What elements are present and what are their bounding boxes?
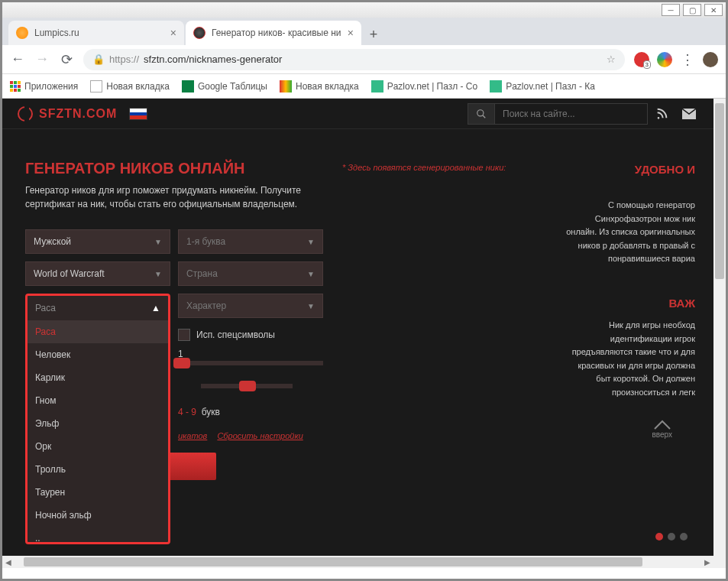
forward-button[interactable]: →: [34, 52, 50, 67]
bookmark-label: Новая вкладка: [296, 81, 359, 92]
svg-point-0: [477, 109, 484, 115]
address-bar[interactable]: 🔒 https://sfztn.com/nicknames-generator …: [83, 49, 625, 70]
select-value: Характер: [186, 300, 226, 311]
bookmarks-bar: Приложения Новая вкладка Google Таблицы …: [2, 74, 726, 99]
sidebar-text: Ник для игры необход идентификации игрок…: [566, 319, 695, 400]
race-select-open[interactable]: Раса▲ Раса Человек Карлик Гном Эльф Орк …: [25, 294, 170, 544]
special-chars-checkbox[interactable]: [178, 329, 190, 341]
sidebar-title: ВАЖ: [566, 297, 695, 310]
apps-button[interactable]: Приложения: [10, 81, 78, 92]
mail-icon[interactable]: [675, 100, 703, 128]
bookmark-label: Google Таблицы: [198, 81, 267, 92]
race-option[interactable]: Таурен: [28, 481, 168, 504]
apps-icon: [10, 81, 21, 92]
tab-close-button[interactable]: ×: [341, 27, 354, 39]
star-icon[interactable]: ☆: [607, 54, 616, 65]
scrollbar-thumb[interactable]: [715, 103, 724, 279]
search-button[interactable]: [468, 103, 495, 125]
carousel-dot[interactable]: [655, 533, 663, 540]
scroll-left-button[interactable]: ◀: [2, 556, 15, 568]
tab-title: Генератор ников- красивые ни: [212, 28, 341, 38]
count-slider[interactable]: [178, 361, 323, 365]
bookmark-item[interactable]: Pazlov.net | Пазл - Со: [371, 80, 477, 93]
first-letter-select[interactable]: 1-я буква▼: [178, 229, 323, 254]
slider-thumb[interactable]: [239, 381, 256, 391]
sidebar-panel: УДОБНО И С помощью генератор Синхрофазот…: [566, 160, 695, 480]
no-duplicates-link[interactable]: икатов: [178, 431, 207, 440]
tab-close-button[interactable]: ×: [164, 27, 176, 39]
reset-link[interactable]: Сбросить настройки: [217, 431, 303, 440]
race-option[interactable]: Эльф: [28, 412, 168, 435]
sheets-icon: [182, 80, 194, 93]
page-title: ГЕНЕРАТОР НИКОВ ОНЛАЙН: [25, 160, 327, 177]
browser-tab[interactable]: Lumpics.ru ×: [8, 21, 184, 45]
site-logo[interactable]: SFZTN.COM: [18, 106, 147, 122]
chevron-down-icon: ▼: [307, 270, 315, 278]
url-prefix: https://: [109, 54, 139, 65]
race-option[interactable]: Раса: [28, 320, 168, 343]
slider-thumb[interactable]: [173, 358, 190, 368]
race-option[interactable]: Карлик: [28, 366, 168, 389]
results-placeholder: Здесь появятся сгенерированные ники:: [342, 163, 551, 172]
results-panel: Здесь появятся сгенерированные ники:: [342, 160, 551, 480]
vertical-scrollbar[interactable]: [713, 99, 726, 568]
profile-avatar[interactable]: [703, 52, 718, 67]
scroll-right-button[interactable]: ▶: [701, 556, 713, 568]
race-select-header[interactable]: Раса▲: [28, 296, 168, 320]
search-input[interactable]: [495, 103, 648, 125]
new-tab-button[interactable]: +: [363, 24, 384, 45]
reload-button[interactable]: ⟳: [59, 52, 74, 67]
country-select[interactable]: Страна▼: [178, 261, 323, 286]
gender-select[interactable]: Мужской▼: [25, 229, 170, 254]
length-slider[interactable]: [201, 384, 293, 388]
bookmark-item[interactable]: Google Таблицы: [182, 80, 267, 93]
bookmark-item[interactable]: Новая вкладка: [280, 80, 359, 93]
character-select[interactable]: Характер▼: [178, 294, 323, 318]
bookmark-label: Pazlov.net | Пазл - Ка: [506, 81, 595, 92]
race-option[interactable]: Гном: [28, 389, 168, 412]
puzzle-icon: [490, 80, 502, 93]
chevron-down-icon: ▼: [154, 238, 162, 246]
checkbox-label: Исп. спецсимволы: [196, 329, 275, 340]
bookmark-label: Приложения: [24, 81, 78, 92]
scroll-top-button[interactable]: вверх: [652, 420, 672, 439]
carousel-dot[interactable]: [680, 533, 688, 540]
browser-tab-active[interactable]: Генератор ников- красивые ни ×: [186, 21, 361, 45]
chevron-down-icon: ▼: [307, 302, 315, 310]
carousel-dot[interactable]: [668, 533, 675, 540]
bookmark-label: Новая вкладка: [106, 81, 170, 92]
race-option[interactable]: Орк: [28, 435, 168, 458]
logo-icon: [18, 106, 33, 122]
select-value: Мужской: [34, 236, 71, 247]
bookmark-item[interactable]: Pazlov.net | Пазл - Ка: [490, 80, 595, 93]
menu-button[interactable]: ⋮: [680, 52, 695, 67]
select-value: 1-я буква: [186, 236, 225, 247]
race-option[interactable]: Тролль: [28, 458, 168, 481]
chevron-up-icon: [653, 420, 671, 430]
extension-icon[interactable]: 3: [634, 52, 649, 67]
scrollbar-thumb[interactable]: [24, 557, 642, 566]
window-close-button[interactable]: ✕: [704, 4, 723, 16]
race-option[interactable]: Человек: [28, 343, 168, 366]
race-option[interactable]: ..: [28, 527, 168, 542]
svg-line-1: [483, 115, 486, 118]
bookmark-item[interactable]: Новая вкладка: [90, 80, 170, 93]
page-description: Генератор ников для игр поможет придумат…: [25, 183, 327, 211]
game-select[interactable]: World of Warcraft▼: [25, 261, 170, 286]
favicon-icon: [16, 27, 28, 39]
extension-icon[interactable]: [657, 52, 672, 67]
window-maximize-button[interactable]: ▢: [683, 4, 701, 16]
rss-icon[interactable]: [648, 100, 675, 128]
window-titlebar: ─ ▢ ✕: [2, 2, 726, 18]
select-label: Раса: [35, 303, 56, 313]
window-minimize-button[interactable]: ─: [662, 4, 680, 16]
select-value: Страна: [186, 268, 218, 279]
scroll-top-label: вверх: [652, 430, 672, 439]
carousel-dots: [655, 533, 688, 540]
horizontal-scrollbar[interactable]: ◀ ▶: [2, 556, 713, 568]
extensions: 3 ⋮: [634, 52, 718, 67]
flag-icon[interactable]: [129, 108, 147, 120]
back-button[interactable]: ←: [10, 52, 25, 67]
race-option[interactable]: Ночной эльф: [28, 504, 168, 527]
generator-panel: ГЕНЕРАТОР НИКОВ ОНЛАЙН Генератор ников д…: [25, 160, 327, 480]
